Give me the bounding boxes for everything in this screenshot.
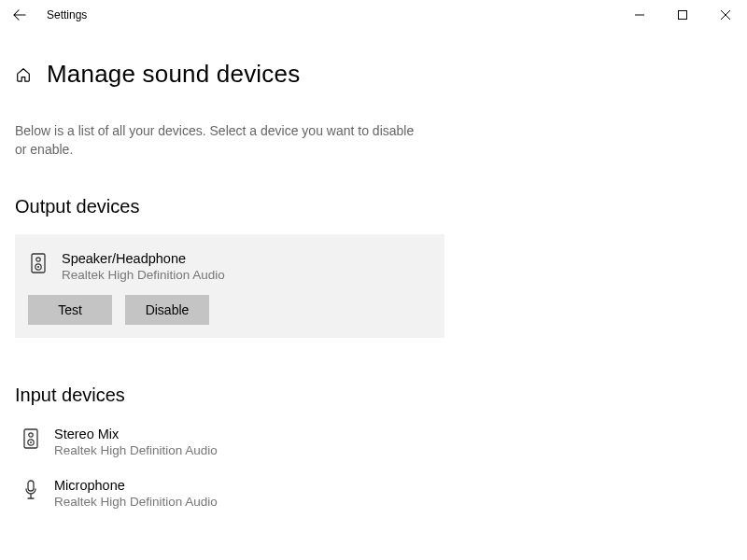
svg-rect-0 bbox=[679, 11, 687, 20]
home-icon bbox=[15, 66, 32, 83]
app-title: Settings bbox=[47, 8, 87, 21]
close-button[interactable] bbox=[704, 0, 747, 30]
input-device-driver: Realtek High Definition Audio bbox=[54, 495, 218, 509]
minimize-icon bbox=[635, 10, 644, 20]
svg-point-8 bbox=[30, 441, 32, 443]
output-device-name: Speaker/Headphone bbox=[62, 251, 225, 266]
output-device-driver: Realtek High Definition Audio bbox=[62, 268, 225, 282]
input-heading: Input devices bbox=[15, 385, 732, 406]
minimize-button[interactable] bbox=[618, 0, 661, 30]
input-device-driver: Realtek High Definition Audio bbox=[54, 443, 218, 457]
svg-point-2 bbox=[36, 258, 40, 261]
back-button[interactable] bbox=[13, 8, 26, 21]
svg-point-6 bbox=[29, 433, 33, 437]
speaker-icon bbox=[21, 427, 41, 449]
test-button[interactable]: Test bbox=[28, 295, 112, 325]
output-device-panel: Speaker/Headphone Realtek High Definitio… bbox=[15, 234, 444, 338]
page-description: Below is a list of all your devices. Sel… bbox=[15, 122, 426, 159]
microphone-icon bbox=[21, 478, 41, 500]
input-device-name: Stereo Mix bbox=[54, 427, 218, 441]
speaker-icon bbox=[28, 251, 49, 273]
input-device-row[interactable]: Stereo Mix Realtek High Definition Audio bbox=[15, 423, 732, 474]
home-button[interactable] bbox=[15, 66, 32, 83]
output-heading: Output devices bbox=[15, 196, 732, 217]
maximize-icon bbox=[678, 10, 687, 20]
disable-button[interactable]: Disable bbox=[125, 295, 209, 325]
output-device-row[interactable]: Speaker/Headphone Realtek High Definitio… bbox=[28, 247, 431, 295]
close-icon bbox=[721, 10, 730, 20]
svg-point-4 bbox=[37, 266, 39, 268]
page-title: Manage sound devices bbox=[47, 60, 300, 89]
svg-rect-9 bbox=[28, 481, 34, 491]
maximize-button[interactable] bbox=[661, 0, 704, 30]
arrow-left-icon bbox=[13, 8, 26, 21]
input-device-row[interactable]: Microphone Realtek High Definition Audio bbox=[15, 474, 732, 525]
input-device-name: Microphone bbox=[54, 478, 218, 493]
